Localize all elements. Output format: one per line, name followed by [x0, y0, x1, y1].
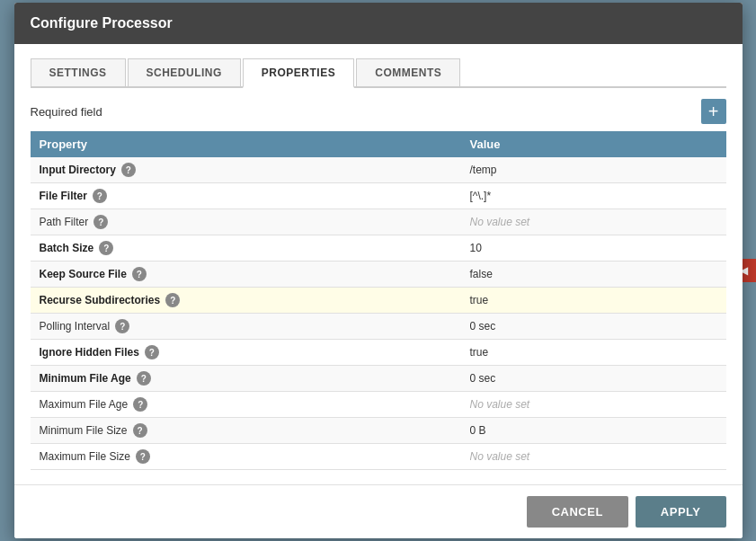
property-action-cell [672, 235, 726, 262]
dialog-body: SETTINGSSCHEDULINGPROPERTIESCOMMENTS Req… [14, 44, 743, 484]
property-value-cell[interactable]: false [460, 262, 672, 288]
table-row[interactable]: Keep Source File?false [31, 262, 726, 288]
property-value-cell[interactable]: true [460, 340, 672, 366]
tab-settings[interactable]: SETTINGS [31, 58, 126, 86]
col-action [672, 131, 726, 157]
table-header-row: Property Value [31, 131, 726, 157]
property-name-cell: Input Directory? [31, 157, 461, 183]
property-value-cell[interactable]: No value set [460, 209, 672, 235]
property-name-cell: File Filter? [31, 183, 461, 209]
dialog-footer: CANCEL APPLY [14, 484, 743, 538]
property-name-cell: Minimum File Age? [31, 366, 461, 392]
table-row[interactable]: Maximum File Age?No value set [31, 392, 726, 418]
property-name-cell: Ignore Hidden Files? [31, 340, 461, 366]
property-name-cell: Recurse Subdirectories? [31, 288, 461, 314]
help-icon[interactable]: ? [133, 423, 147, 438]
tab-scheduling[interactable]: SCHEDULING [128, 58, 241, 86]
property-action-cell [672, 314, 726, 340]
property-name-cell: Minimum File Size? [31, 418, 461, 444]
add-property-button[interactable]: + [701, 99, 726, 124]
col-property: Property [31, 131, 461, 157]
table-row[interactable]: Minimum File Size?0 B [31, 418, 726, 444]
help-icon[interactable]: ? [121, 163, 136, 177]
property-action-cell [672, 366, 726, 392]
property-action-cell [672, 209, 726, 235]
property-action-cell [672, 157, 726, 183]
property-name-cell: Keep Source File? [31, 262, 461, 288]
table-row[interactable]: Ignore Hidden Files?true [31, 340, 726, 366]
property-action-cell [672, 392, 726, 418]
table-row[interactable]: File Filter?[^\.]* [31, 183, 726, 209]
property-action-cell [672, 418, 726, 444]
property-name-cell: Maximum File Size? [31, 444, 461, 470]
required-field-row: Required field + [31, 99, 726, 124]
required-field-label: Required field [31, 105, 102, 119]
table-row[interactable]: Minimum File Age?0 sec [31, 366, 726, 392]
help-icon[interactable]: ? [165, 293, 180, 307]
property-action-cell [672, 262, 726, 288]
property-value-cell[interactable]: No value set [460, 392, 672, 418]
help-icon[interactable]: ? [136, 449, 150, 464]
help-icon[interactable]: ? [99, 241, 113, 255]
table-row[interactable]: Path Filter?No value set [31, 209, 726, 235]
property-name-cell: Path Filter? [31, 209, 461, 235]
dialog-title: Configure Processor [14, 3, 743, 44]
table-row[interactable]: Recurse Subdirectories?true [31, 288, 726, 314]
table-row[interactable]: Polling Interval?0 sec [31, 314, 726, 340]
help-icon[interactable]: ? [93, 215, 108, 229]
property-value-cell[interactable]: true [460, 288, 672, 314]
cancel-button[interactable]: CANCEL [527, 496, 628, 528]
tab-bar: SETTINGSSCHEDULINGPROPERTIESCOMMENTS [31, 58, 726, 88]
properties-table: Property Value Input Directory?/tempFile… [31, 131, 726, 470]
table-row[interactable]: Input Directory?/temp [31, 157, 726, 183]
property-value-cell[interactable]: 0 B [460, 418, 672, 444]
property-name-cell: Polling Interval? [31, 314, 461, 340]
apply-button[interactable]: APPLY [636, 496, 726, 528]
help-icon[interactable]: ? [133, 397, 147, 412]
property-name-cell: Batch Size? [31, 235, 461, 262]
property-name-cell: Maximum File Age? [31, 392, 461, 418]
table-row[interactable]: Maximum File Size?No value set [31, 444, 726, 470]
property-value-cell[interactable]: 0 sec [460, 366, 672, 392]
help-icon[interactable]: ? [137, 371, 151, 386]
property-action-cell [672, 340, 726, 366]
configure-processor-dialog: Configure Processor SETTINGSSCHEDULINGPR… [14, 3, 743, 538]
property-value-cell[interactable]: /temp [460, 157, 672, 183]
help-icon[interactable]: ? [115, 319, 129, 333]
property-value-cell[interactable]: 10 [460, 235, 672, 262]
help-icon[interactable]: ? [145, 345, 159, 359]
property-value-cell[interactable]: 0 sec [460, 314, 672, 340]
table-row[interactable]: Batch Size?10 [31, 235, 726, 262]
tab-comments[interactable]: COMMENTS [356, 58, 460, 86]
property-action-cell [672, 288, 726, 314]
tab-properties[interactable]: PROPERTIES [243, 58, 354, 88]
property-value-cell[interactable]: [^\.]* [460, 183, 672, 209]
help-icon[interactable]: ? [93, 189, 107, 203]
help-icon[interactable]: ? [132, 267, 147, 281]
property-value-cell[interactable]: No value set [460, 444, 672, 470]
property-action-cell [672, 444, 726, 470]
property-action-cell [672, 183, 726, 209]
col-value: Value [460, 131, 672, 157]
